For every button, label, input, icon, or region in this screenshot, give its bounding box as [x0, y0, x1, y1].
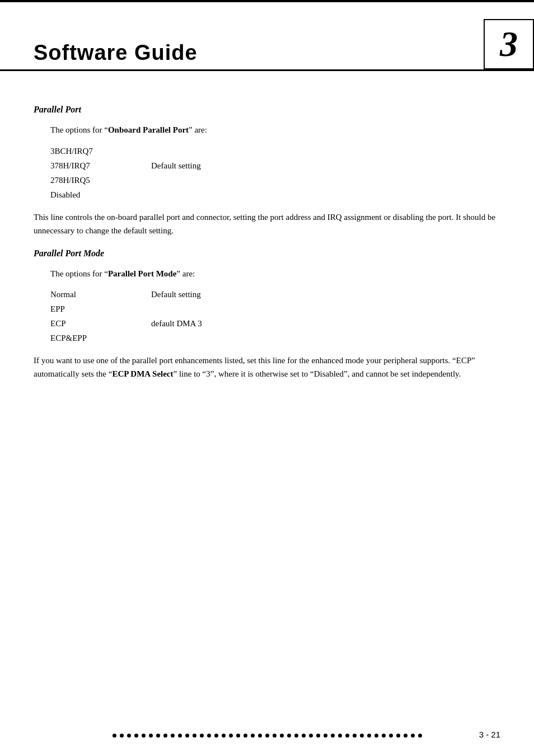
footer-dot: [113, 734, 116, 738]
footer-dot: [156, 734, 160, 738]
footer-dot: [411, 734, 415, 738]
option-name: 278H/IRQ5: [50, 173, 151, 187]
parallel-port-mode-intro: The options for “Parallel Port Mode” are…: [50, 267, 500, 280]
footer-dot: [273, 734, 277, 738]
page: Software Guide 3 Parallel Port The optio…: [0, 0, 534, 756]
footer-dot: [178, 734, 182, 738]
footer-dot: [418, 734, 422, 738]
list-item: Disabled: [50, 188, 500, 201]
footer-dot: [360, 734, 364, 738]
parallel-port-intro: The options for “Onboard Parallel Port” …: [50, 124, 500, 137]
list-item: 378H/IRQ7 Default setting: [50, 159, 500, 172]
section-parallel-port-mode: Parallel Port Mode The options for “Para…: [34, 248, 500, 381]
footer-dot: [396, 734, 400, 738]
option-name: Disabled: [50, 188, 151, 201]
footer-dot: [331, 734, 335, 738]
footer-dot: [389, 734, 393, 738]
chapter-number: 3: [500, 26, 518, 62]
page-title: Software Guide: [34, 41, 198, 65]
option-desc: default DMA 3: [151, 317, 202, 330]
footer-dot: [171, 734, 175, 738]
list-item: Normal Default setting: [50, 288, 500, 301]
heading-parallel-port-mode: Parallel Port Mode: [34, 248, 500, 259]
footer-dot: [134, 734, 138, 738]
footer-dot: [193, 734, 196, 738]
footer-dot: [353, 734, 357, 738]
footer-dot: [382, 734, 386, 738]
footer-dot: [120, 734, 124, 738]
parallel-port-mode-options: Normal Default setting EPP ECP default D…: [50, 288, 500, 345]
chapter-box: 3: [484, 19, 534, 69]
option-name: EPP: [50, 302, 151, 316]
footer-dot: [309, 734, 313, 738]
list-item: EPP: [50, 302, 500, 316]
list-item: ECP default DMA 3: [50, 317, 500, 330]
page-footer: 3 - 21: [0, 734, 534, 739]
footer-dot: [302, 734, 306, 738]
footer-dot: [236, 734, 240, 738]
footer-dot: [338, 734, 342, 738]
footer-dot: [229, 734, 233, 738]
footer-dot: [367, 734, 371, 738]
option-name: 3BCH/IRQ7: [50, 144, 151, 158]
page-number: 3 - 21: [479, 730, 534, 739]
option-name: Normal: [50, 288, 151, 301]
footer-dot: [127, 734, 131, 738]
footer-dot: [294, 734, 298, 738]
option-desc: Default setting: [151, 159, 201, 172]
content-area: Parallel Port The options for “Onboard P…: [0, 71, 534, 423]
footer-dot: [265, 734, 269, 738]
header-title-area: Software Guide: [0, 19, 478, 69]
footer-dot: [222, 734, 226, 738]
footer-dot: [404, 734, 407, 738]
footer-dot: [243, 734, 247, 738]
footer-dot: [258, 734, 262, 738]
footer-dot: [142, 734, 146, 738]
footer-dot: [149, 734, 153, 738]
footer-dot: [374, 734, 378, 738]
parallel-port-body: This line controls the on-board parallel…: [34, 210, 500, 237]
page-header: Software Guide 3: [0, 2, 534, 71]
footer-dots: [113, 734, 422, 738]
footer-dot: [316, 734, 320, 738]
option-name: ECP&EPP: [50, 331, 151, 345]
footer-dot: [163, 734, 167, 738]
list-item: 278H/IRQ5: [50, 173, 500, 187]
footer-dot: [345, 734, 349, 738]
footer-dot: [280, 734, 284, 738]
footer-dot: [207, 734, 211, 738]
section-parallel-port: Parallel Port The options for “Onboard P…: [34, 105, 500, 237]
parallel-port-mode-body: If you want to use one of the parallel p…: [34, 354, 500, 381]
footer-dot: [200, 734, 204, 738]
list-item: ECP&EPP: [50, 331, 500, 345]
footer-dot: [287, 734, 291, 738]
footer-dot: [324, 734, 327, 738]
heading-parallel-port: Parallel Port: [34, 105, 500, 115]
option-desc: Default setting: [151, 288, 201, 301]
option-name: ECP: [50, 317, 151, 330]
footer-dot: [185, 734, 189, 738]
footer-dot: [251, 734, 255, 738]
option-name: 378H/IRQ7: [50, 159, 151, 172]
parallel-port-options: 3BCH/IRQ7 378H/IRQ7 Default setting 278H…: [50, 144, 500, 201]
footer-dot: [214, 734, 218, 738]
list-item: 3BCH/IRQ7: [50, 144, 500, 158]
